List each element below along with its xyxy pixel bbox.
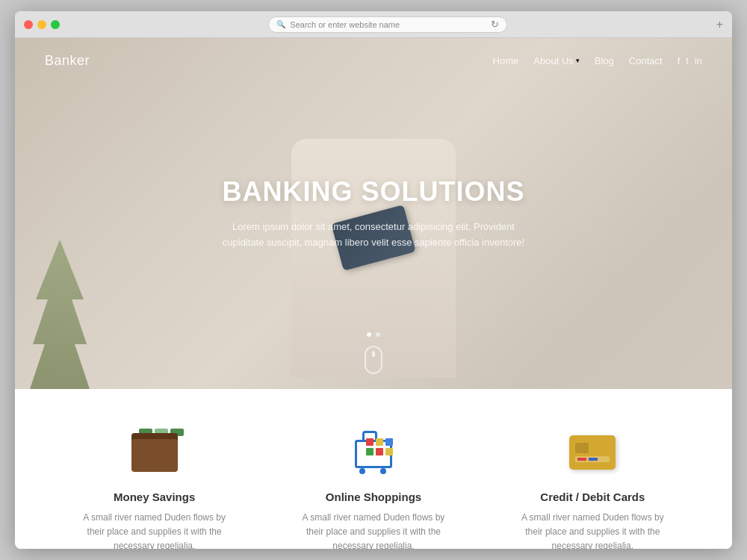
money-savings-icon-wrap: [128, 426, 181, 479]
nav-brand[interactable]: Banker: [45, 53, 90, 69]
feature-desc-online-shoppings: A small river named Duden flows by their…: [299, 511, 448, 549]
chevron-down-icon: ▾: [576, 57, 580, 64]
feature-name-credit-debit: Credit / Debit Cards: [518, 491, 667, 503]
nav-links: Home About Us ▾ Blog Contact f t: [493, 54, 702, 67]
hero-subtitle: Lorem ipsum dolor sit amet, consectetur …: [217, 220, 530, 251]
facebook-icon[interactable]: f: [678, 55, 681, 66]
scroll-dot: [372, 351, 375, 357]
feature-card-online-shoppings: Online Shoppings A small river named Dud…: [299, 426, 448, 549]
features-section: Money Savings A small river named Duden …: [15, 389, 732, 549]
cart-item-1: [366, 438, 374, 446]
stripe-block-blue: [589, 458, 598, 461]
feature-desc-credit-debit: A small river named Duden flows by their…: [518, 511, 667, 549]
nav-link-home[interactable]: Home: [493, 55, 519, 66]
hero-title: BANKING SOLUTIONS: [149, 176, 598, 208]
new-tab-button[interactable]: +: [716, 19, 723, 31]
nav-item-blog[interactable]: Blog: [595, 54, 614, 67]
slider-dots: [367, 332, 380, 337]
feature-name-online-shoppings: Online Shoppings: [299, 491, 448, 503]
cart-items: [366, 438, 393, 455]
cart-item-3: [385, 438, 393, 446]
feature-card-money-savings: Money Savings A small river named Duden …: [80, 426, 229, 549]
nav-item-contact[interactable]: Contact: [629, 54, 663, 67]
slider-dot-1[interactable]: [367, 332, 371, 337]
twitter-icon[interactable]: t: [686, 55, 689, 66]
hero-section: Banker Home About Us ▾ Blog Contact: [15, 38, 732, 389]
feature-card-credit-debit: Credit / Debit Cards A small river named…: [518, 426, 667, 549]
reload-icon: ↻: [491, 19, 499, 30]
cart-item-2: [376, 438, 383, 446]
maximize-button[interactable]: [51, 20, 60, 29]
hero-content: BANKING SOLUTIONS Lorem ipsum dolor sit …: [149, 176, 598, 251]
nav-item-home[interactable]: Home: [493, 54, 519, 67]
navbar: Banker Home About Us ▾ Blog Contact: [15, 38, 732, 83]
linkedin-icon[interactable]: in: [695, 55, 702, 66]
address-bar: 🔍 Search or enter website name ↻: [66, 16, 710, 33]
debit-card-icon: [569, 435, 616, 470]
debit-stripe: [575, 456, 610, 462]
cart-item-4: [366, 448, 374, 455]
cart-wheel-left: [359, 468, 365, 474]
nav-link-contact[interactable]: Contact: [629, 55, 663, 66]
nav-link-about[interactable]: About Us: [533, 55, 573, 66]
debit-chip: [575, 443, 589, 453]
cart-icon: [350, 431, 397, 474]
slider-dot-2[interactable]: [376, 332, 380, 337]
nav-link-blog[interactable]: Blog: [595, 55, 614, 66]
figure-body: [291, 139, 456, 378]
browser-titlebar: 🔍 Search or enter website name ↻ +: [15, 11, 732, 38]
wallet-icon: [131, 433, 178, 472]
stripe-block-red: [577, 458, 586, 461]
search-icon: 🔍: [276, 20, 285, 28]
nav-item-about[interactable]: About Us ▾: [533, 55, 579, 66]
feature-name-money-savings: Money Savings: [80, 491, 229, 503]
cart-item-5: [376, 448, 383, 455]
online-shoppings-icon-wrap: [347, 426, 400, 479]
wallet-body: [131, 439, 178, 472]
cart-body: [355, 440, 392, 468]
cart-wheel-right: [380, 468, 386, 474]
traffic-lights: [24, 20, 60, 29]
address-input-field[interactable]: 🔍 Search or enter website name ↻: [268, 16, 507, 33]
credit-debit-icon-wrap: [566, 426, 619, 479]
website-content: Banker Home About Us ▾ Blog Contact: [15, 38, 732, 549]
feature-desc-money-savings: A small river named Duden flows by their…: [80, 511, 229, 549]
scroll-indicator: [365, 346, 382, 374]
browser-window: 🔍 Search or enter website name ↻ +: [15, 11, 732, 549]
nav-social-links: f t in: [678, 55, 702, 66]
close-button[interactable]: [24, 20, 33, 29]
cart-item-6: [385, 448, 393, 455]
address-text: Search or enter website name: [290, 20, 400, 29]
minimize-button[interactable]: [37, 20, 46, 29]
